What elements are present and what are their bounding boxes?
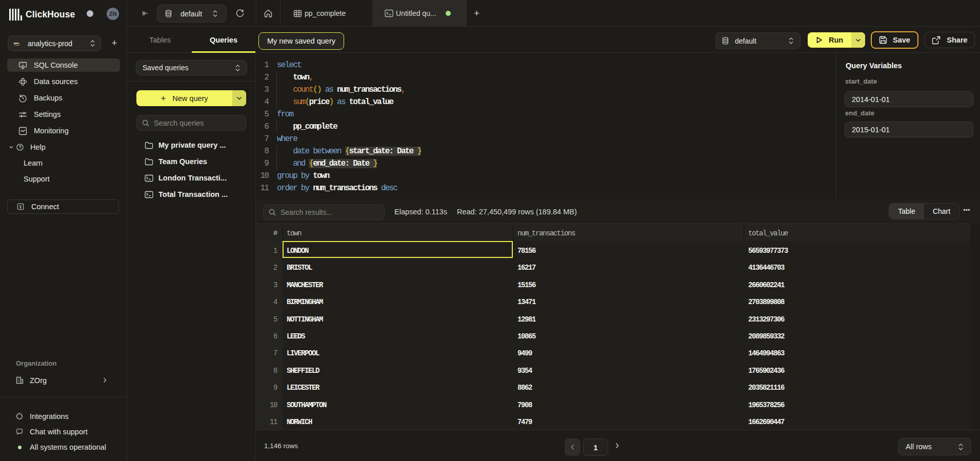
- svg-text:aws: aws: [14, 41, 19, 44]
